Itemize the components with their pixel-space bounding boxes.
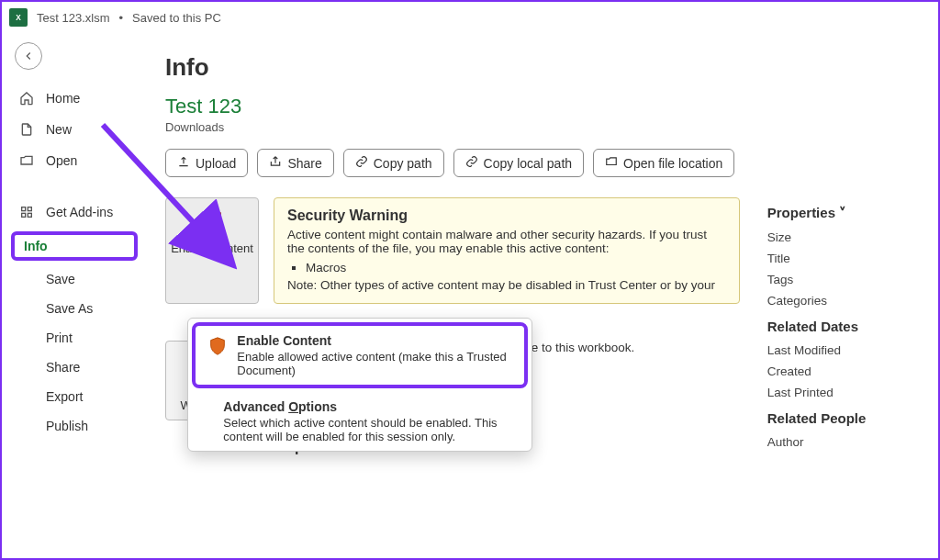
security-warning-title: Security Warning: [287, 207, 726, 224]
window-filename: Test 123.xlsm: [37, 11, 109, 25]
folder-icon: [605, 155, 618, 171]
upload-icon: [177, 155, 190, 171]
nav-export-label: Export: [46, 389, 83, 404]
page-heading: Info: [165, 53, 920, 82]
prop-title[interactable]: Title: [767, 248, 920, 269]
dropdown-item2-desc: Select which active content should be en…: [223, 416, 520, 443]
properties-panel: Properties Size Title Tags Categories Re…: [767, 197, 920, 476]
nav-publish[interactable]: Publish: [2, 411, 147, 441]
dropdown-item2-title: Advanced Options: [223, 399, 520, 414]
window-save-status: Saved to this PC: [132, 11, 221, 25]
share-icon: [269, 155, 282, 171]
nav-new-label: New: [46, 122, 72, 137]
prop-size[interactable]: Size: [767, 227, 920, 248]
dropdown-item1-title: Enable Content: [237, 333, 513, 348]
prop-last-modified: Last Modified: [767, 340, 920, 361]
security-note: Note: Other types of active content may …: [287, 278, 726, 292]
new-icon: [18, 121, 35, 138]
excel-app-icon: X: [9, 8, 28, 27]
main-panel: Info Test 123 Downloads Upload Share Cop…: [147, 33, 938, 558]
blank-icon: [199, 399, 214, 443]
prop-created: Created: [767, 361, 920, 382]
open-icon: [18, 152, 35, 169]
nav-save[interactable]: Save: [2, 264, 147, 294]
link-icon: [465, 155, 478, 171]
nav-info-label: Info: [24, 239, 48, 253]
action-row: Upload Share Copy path Copy local path O…: [165, 149, 920, 177]
svg-rect-4: [22, 213, 26, 217]
prop-last-printed: Last Printed: [767, 382, 920, 403]
link-icon: [355, 155, 368, 171]
nav-print-label: Print: [46, 330, 73, 345]
copy-path-button[interactable]: Copy path: [343, 149, 444, 177]
properties-header[interactable]: Properties: [767, 205, 920, 221]
addins-icon: [18, 204, 35, 220]
open-location-button[interactable]: Open file location: [593, 149, 734, 177]
prop-author: Author: [767, 431, 920, 453]
security-row: Enable Content Security Warning Active c…: [165, 197, 740, 304]
related-people-header: Related People: [767, 410, 920, 426]
svg-rect-2: [22, 207, 26, 211]
enable-content-button[interactable]: Enable Content: [165, 197, 259, 304]
svg-text:X: X: [16, 14, 21, 22]
enable-content-label: Enable Content: [170, 241, 254, 269]
file-path: Downloads: [165, 120, 920, 134]
svg-rect-5: [28, 213, 31, 217]
nav-share[interactable]: Share: [2, 353, 147, 382]
security-warning-body: Active content might contain malware and…: [287, 228, 726, 255]
back-button[interactable]: [15, 42, 42, 70]
svg-rect-3: [28, 207, 31, 211]
nav-share-label: Share: [46, 360, 80, 375]
security-bullet-macros: Macros: [306, 261, 726, 274]
nav-print[interactable]: Print: [2, 323, 147, 353]
enable-content-dropdown: Enable Content Enable allowed active con…: [187, 318, 532, 452]
prop-tags[interactable]: Tags: [767, 269, 920, 290]
copy-local-path-button[interactable]: Copy local path: [453, 149, 585, 177]
nav-info[interactable]: Info: [11, 231, 138, 261]
nav-export[interactable]: Export: [2, 382, 147, 411]
upload-button[interactable]: Upload: [165, 149, 248, 177]
nav-addins[interactable]: Get Add-ins: [2, 196, 147, 228]
home-icon: [18, 90, 35, 106]
shield-icon: [199, 207, 225, 236]
security-warning-box: Security Warning Active content might co…: [274, 197, 740, 304]
related-dates-header: Related Dates: [767, 319, 920, 334]
nav-open[interactable]: Open: [2, 145, 147, 176]
title-separator: •: [118, 11, 123, 25]
shield-icon: [207, 333, 228, 377]
nav-publish-label: Publish: [46, 419, 88, 433]
sidebar: Home New Open Get Add-ins Info Save Save…: [2, 33, 147, 558]
nav-addins-label: Get Add-ins: [46, 205, 113, 219]
prop-categories[interactable]: Categories: [767, 290, 920, 311]
nav-save-label: Save: [46, 272, 75, 286]
nav-open-label: Open: [46, 153, 77, 168]
dropdown-item1-desc: Enable allowed active content (make this…: [237, 350, 513, 377]
nav-home[interactable]: Home: [2, 83, 147, 114]
file-title: Test 123: [165, 95, 920, 118]
nav-new[interactable]: New: [2, 114, 147, 145]
nav-saveas-label: Save As: [46, 301, 93, 316]
nav-home-label: Home: [46, 91, 80, 106]
share-button[interactable]: Share: [257, 149, 333, 177]
dropdown-enable-content[interactable]: Enable Content Enable allowed active con…: [192, 322, 528, 388]
nav-saveas[interactable]: Save As: [2, 294, 147, 323]
dropdown-advanced-options[interactable]: Advanced Options Select which active con…: [188, 392, 532, 451]
titlebar: X Test 123.xlsm • Saved to this PC: [2, 2, 938, 33]
